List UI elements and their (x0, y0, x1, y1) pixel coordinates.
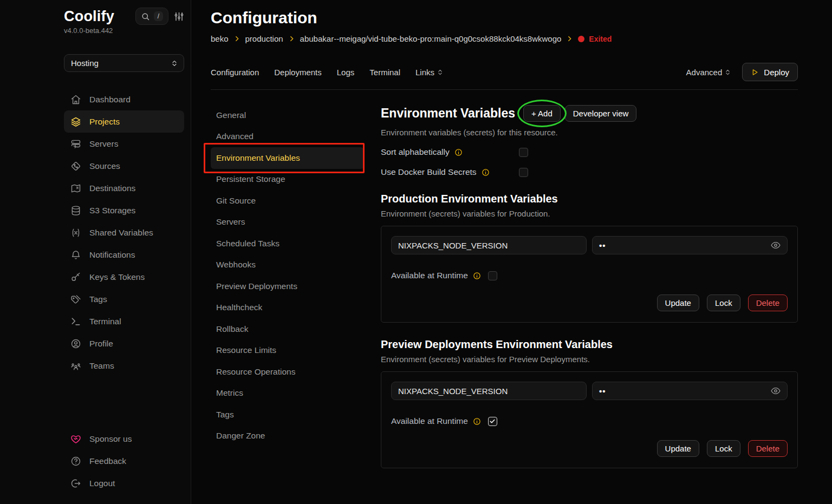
sidebar-nav: Dashboard Projects Servers Sources Desti… (64, 88, 184, 377)
bell-icon (70, 250, 81, 260)
sidebar-item-label: Dashboard (89, 95, 131, 104)
subnav-item-tags[interactable]: Tags (211, 404, 364, 426)
sidebar-item-label: Sponsor us (89, 434, 132, 444)
variable-value-input[interactable]: •• (592, 236, 788, 254)
tab-terminal[interactable]: Terminal (369, 68, 400, 77)
subnav-item-git-source[interactable]: Git Source (211, 190, 364, 212)
users-icon (70, 361, 81, 371)
chevron-up-down-icon (724, 69, 731, 76)
app-logo: Coolify (64, 8, 114, 25)
subnav-item-label: Healthcheck (216, 303, 262, 312)
deploy-button[interactable]: Deploy (742, 63, 798, 81)
sidebar-item-sources[interactable]: Sources (64, 155, 184, 177)
tab-links[interactable]: Links (415, 68, 444, 77)
breadcrumb-item-team[interactable]: beko (211, 34, 229, 43)
subnav-item-healthcheck[interactable]: Healthcheck (211, 297, 364, 319)
available-at-runtime-checkbox[interactable] (488, 271, 497, 280)
sidebar-item-destinations[interactable]: Destinations (64, 177, 184, 199)
update-button[interactable]: Update (657, 440, 699, 457)
advanced-dropdown[interactable]: Advanced (686, 68, 732, 77)
subnav-item-label: Webhooks (216, 260, 256, 270)
subnav-item-servers[interactable]: Servers (211, 212, 364, 233)
search-button[interactable]: / (135, 8, 168, 25)
subnav-item-metrics[interactable]: Metrics (211, 383, 364, 404)
info-icon (454, 148, 463, 156)
app-version: v4.0.0-beta.442 (64, 27, 184, 35)
variable-key-input[interactable]: NIXPACKS_NODE_VERSION (391, 382, 587, 400)
update-button[interactable]: Update (657, 294, 699, 311)
developer-view-button[interactable]: Developer view (565, 105, 637, 122)
sidebar-item-shared-variables[interactable]: Shared Variables (64, 221, 184, 244)
production-variable-card: NIXPACKS_NODE_VERSION •• Available at Ru… (381, 226, 798, 323)
sidebar-item-tags[interactable]: Tags (64, 288, 184, 310)
subnav-item-preview-deployments[interactable]: Preview Deployments (211, 276, 364, 297)
available-at-runtime-row: Available at Runtime (391, 271, 788, 280)
available-at-runtime-checkbox[interactable] (488, 417, 497, 426)
available-at-runtime-row: Available at Runtime (391, 416, 788, 426)
chevron-right-icon (566, 35, 573, 42)
delete-button[interactable]: Delete (748, 294, 788, 311)
info-icon (473, 417, 481, 426)
subnav-item-advanced[interactable]: Advanced (211, 126, 364, 148)
production-section-title: Production Environment Variables (381, 193, 798, 205)
search-shortcut-key: / (154, 11, 163, 21)
sidebar-item-profile[interactable]: Profile (64, 332, 184, 355)
add-button[interactable]: + Add (523, 105, 561, 122)
sidebar-item-feedback[interactable]: Feedback (64, 450, 184, 472)
variable-key-input[interactable]: NIXPACKS_NODE_VERSION (391, 236, 587, 254)
subnav-item-rollback[interactable]: Rollback (211, 318, 364, 340)
breadcrumb-item-resource[interactable]: abubakar--meigag/vid-tube-beko-pro:main-… (300, 34, 562, 43)
sort-alphabetically-checkbox[interactable] (519, 148, 528, 157)
sidebar-item-logout[interactable]: Logout (64, 472, 184, 494)
key-icon (70, 272, 81, 283)
sidebar-item-label: Logout (89, 479, 115, 488)
sidebar-item-dashboard[interactable]: Dashboard (64, 88, 184, 110)
sidebar-item-label: Terminal (89, 317, 121, 326)
subnav-item-label: Environment Variables (216, 153, 300, 163)
sidebar-item-label: Feedback (89, 456, 126, 466)
tab-configuration[interactable]: Configuration (211, 68, 259, 77)
sidebar-item-terminal[interactable]: Terminal (64, 310, 184, 332)
sidebar-item-sponsor-us[interactable]: Sponsor us (64, 428, 184, 450)
delete-button[interactable]: Delete (748, 440, 788, 457)
play-icon (751, 68, 759, 76)
terminal-icon (70, 316, 81, 327)
settings-sliders-icon[interactable] (174, 11, 184, 22)
docker-build-secrets-checkbox[interactable] (519, 168, 528, 177)
sidebar-item-notifications[interactable]: Notifications (64, 244, 184, 266)
sidebar-item-keys-tokens[interactable]: Keys & Tokens (64, 266, 184, 288)
breadcrumb-item-environment[interactable]: production (245, 34, 283, 43)
masked-value: •• (599, 241, 606, 250)
tab-logs[interactable]: Logs (337, 68, 355, 77)
lock-button[interactable]: Lock (707, 294, 740, 311)
lock-button[interactable]: Lock (707, 440, 740, 457)
subnav-item-environment-variables[interactable]: Environment Variables (211, 147, 364, 169)
section-description: Environment variables (secrets) for this… (381, 128, 798, 137)
git-source-icon (70, 161, 81, 172)
subnav-item-danger-zone[interactable]: Danger Zone (211, 426, 364, 447)
sidebar-item-projects[interactable]: Projects (64, 110, 184, 133)
team-select[interactable]: Hosting (64, 54, 184, 72)
map-icon (70, 183, 81, 194)
sidebar-item-servers[interactable]: Servers (64, 133, 184, 155)
tab-deployments[interactable]: Deployments (274, 68, 322, 77)
settings-subnav: General Advanced Environment Variables P… (211, 90, 364, 504)
subnav-item-persistent-storage[interactable]: Persistent Storage (211, 169, 364, 191)
breadcrumb: beko production abubakar--meigag/vid-tub… (211, 34, 798, 43)
subnav-item-resource-operations[interactable]: Resource Operations (211, 361, 364, 383)
subnav-item-general[interactable]: General (211, 104, 364, 126)
tab-bar: Configuration Deployments Logs Terminal … (211, 63, 798, 90)
sidebar-item-teams[interactable]: Teams (64, 355, 184, 377)
chevron-up-down-icon (437, 69, 444, 76)
sidebar-item-label: Destinations (89, 184, 135, 193)
home-icon (70, 94, 81, 105)
subnav-item-resource-limits[interactable]: Resource Limits (211, 340, 364, 362)
eye-icon[interactable] (770, 240, 781, 251)
subnav-item-label: Danger Zone (216, 431, 265, 441)
eye-icon[interactable] (770, 385, 781, 396)
subnav-item-scheduled-tasks[interactable]: Scheduled Tasks (211, 233, 364, 254)
sidebar-item-s3-storages[interactable]: S3 Storages (64, 199, 184, 221)
subnav-item-label: General (216, 110, 246, 120)
subnav-item-webhooks[interactable]: Webhooks (211, 254, 364, 276)
variable-value-input[interactable]: •• (592, 382, 788, 400)
